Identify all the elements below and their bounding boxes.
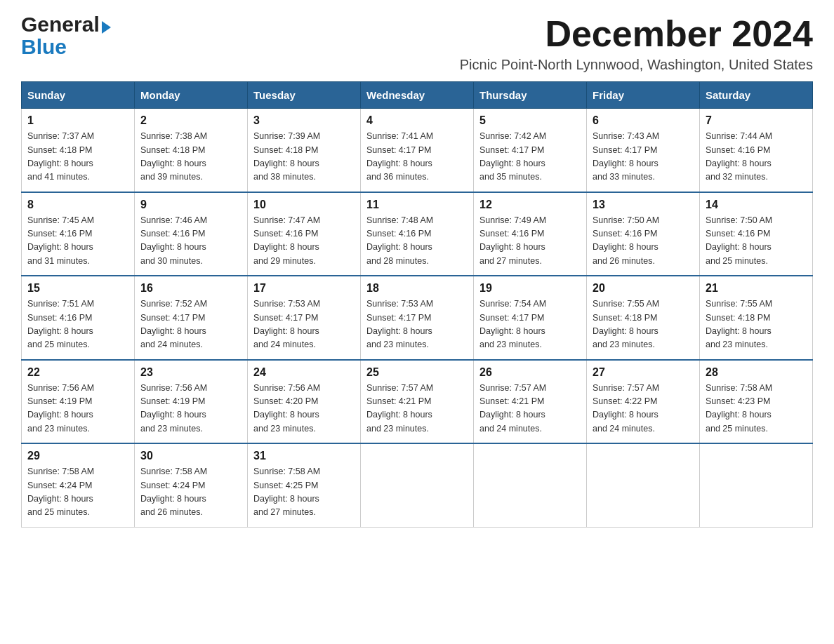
day-info: Sunrise: 7:57 AM Sunset: 4:21 PM Dayligh… [366, 382, 468, 436]
day-number: 23 [140, 366, 241, 379]
day-info: Sunrise: 7:56 AM Sunset: 4:20 PM Dayligh… [253, 382, 355, 436]
day-number: 9 [140, 199, 241, 211]
calendar-cell: 2 Sunrise: 7:38 AM Sunset: 4:18 PM Dayli… [135, 109, 248, 192]
day-number: 4 [366, 114, 468, 127]
location-subtitle: Picnic Point-North Lynnwood, Washington,… [460, 57, 813, 73]
day-number: 19 [479, 282, 581, 295]
logo: General Blue [21, 14, 111, 59]
day-info: Sunrise: 7:55 AM Sunset: 4:18 PM Dayligh… [593, 297, 694, 352]
day-info: Sunrise: 7:52 AM Sunset: 4:17 PM Dayligh… [140, 297, 241, 352]
day-number: 31 [253, 450, 355, 462]
day-info: Sunrise: 7:58 AM Sunset: 4:25 PM Dayligh… [253, 465, 355, 520]
logo-arrow-icon [102, 21, 111, 34]
day-info: Sunrise: 7:53 AM Sunset: 4:17 PM Dayligh… [366, 297, 468, 352]
day-info: Sunrise: 7:58 AM Sunset: 4:23 PM Dayligh… [706, 382, 807, 436]
day-info: Sunrise: 7:38 AM Sunset: 4:18 PM Dayligh… [140, 130, 241, 185]
calendar-week-row-1: 1 Sunrise: 7:37 AM Sunset: 4:18 PM Dayli… [22, 109, 813, 192]
day-info: Sunrise: 7:37 AM Sunset: 4:18 PM Dayligh… [27, 130, 128, 185]
calendar-cell: 30 Sunrise: 7:58 AM Sunset: 4:24 PM Dayl… [135, 443, 248, 527]
calendar-cell: 4 Sunrise: 7:41 AM Sunset: 4:17 PM Dayli… [361, 109, 474, 192]
day-number: 14 [706, 199, 807, 211]
day-number: 7 [706, 114, 807, 127]
day-info: Sunrise: 7:47 AM Sunset: 4:16 PM Dayligh… [253, 214, 355, 269]
day-info: Sunrise: 7:57 AM Sunset: 4:21 PM Dayligh… [479, 382, 581, 436]
day-number: 10 [253, 199, 355, 211]
calendar-week-row-4: 22 Sunrise: 7:56 AM Sunset: 4:19 PM Dayl… [22, 360, 813, 444]
calendar-cell: 18 Sunrise: 7:53 AM Sunset: 4:17 PM Dayl… [361, 276, 474, 360]
logo-general: General [21, 13, 100, 36]
title-section: December 2024 Picnic Point-North Lynnwoo… [460, 14, 813, 73]
day-number: 5 [479, 114, 581, 127]
day-number: 8 [27, 199, 128, 211]
calendar-cell: 31 Sunrise: 7:58 AM Sunset: 4:25 PM Dayl… [248, 443, 361, 527]
header-saturday: Saturday [700, 82, 813, 109]
day-number: 28 [706, 366, 807, 379]
day-number: 1 [27, 114, 128, 127]
header-wednesday: Wednesday [361, 82, 474, 109]
header-monday: Monday [135, 82, 248, 109]
day-number: 11 [366, 199, 468, 211]
day-number: 29 [27, 450, 128, 462]
header-thursday: Thursday [474, 82, 587, 109]
calendar-week-row-2: 8 Sunrise: 7:45 AM Sunset: 4:16 PM Dayli… [22, 192, 813, 276]
header-tuesday: Tuesday [248, 82, 361, 109]
day-info: Sunrise: 7:49 AM Sunset: 4:16 PM Dayligh… [479, 214, 581, 269]
calendar-cell: 5 Sunrise: 7:42 AM Sunset: 4:17 PM Dayli… [474, 109, 587, 192]
calendar-cell: 27 Sunrise: 7:57 AM Sunset: 4:22 PM Dayl… [587, 360, 700, 444]
day-number: 24 [253, 366, 355, 379]
day-number: 21 [706, 282, 807, 295]
day-info: Sunrise: 7:58 AM Sunset: 4:24 PM Dayligh… [27, 465, 128, 520]
day-number: 12 [479, 199, 581, 211]
day-info: Sunrise: 7:42 AM Sunset: 4:17 PM Dayligh… [479, 130, 581, 185]
calendar-week-row-5: 29 Sunrise: 7:58 AM Sunset: 4:24 PM Dayl… [22, 443, 813, 527]
month-title: December 2024 [460, 14, 813, 54]
day-info: Sunrise: 7:48 AM Sunset: 4:16 PM Dayligh… [366, 214, 468, 269]
day-number: 3 [253, 114, 355, 127]
day-info: Sunrise: 7:43 AM Sunset: 4:17 PM Dayligh… [593, 130, 694, 185]
calendar-cell: 7 Sunrise: 7:44 AM Sunset: 4:16 PM Dayli… [700, 109, 813, 192]
logo-blue: Blue [21, 35, 67, 58]
day-info: Sunrise: 7:54 AM Sunset: 4:17 PM Dayligh… [479, 297, 581, 352]
calendar-cell: 9 Sunrise: 7:46 AM Sunset: 4:16 PM Dayli… [135, 192, 248, 276]
day-info: Sunrise: 7:50 AM Sunset: 4:16 PM Dayligh… [706, 214, 807, 269]
calendar-cell: 29 Sunrise: 7:58 AM Sunset: 4:24 PM Dayl… [22, 443, 135, 527]
day-info: Sunrise: 7:50 AM Sunset: 4:16 PM Dayligh… [593, 214, 694, 269]
calendar-week-row-3: 15 Sunrise: 7:51 AM Sunset: 4:16 PM Dayl… [22, 276, 813, 360]
header-sunday: Sunday [22, 82, 135, 109]
header-friday: Friday [587, 82, 700, 109]
calendar-cell: 17 Sunrise: 7:53 AM Sunset: 4:17 PM Dayl… [248, 276, 361, 360]
calendar-cell: 25 Sunrise: 7:57 AM Sunset: 4:21 PM Dayl… [361, 360, 474, 444]
day-number: 6 [593, 114, 694, 127]
day-number: 18 [366, 282, 468, 295]
day-number: 17 [253, 282, 355, 295]
calendar-cell: 13 Sunrise: 7:50 AM Sunset: 4:16 PM Dayl… [587, 192, 700, 276]
day-info: Sunrise: 7:44 AM Sunset: 4:16 PM Dayligh… [706, 130, 807, 185]
calendar-cell: 16 Sunrise: 7:52 AM Sunset: 4:17 PM Dayl… [135, 276, 248, 360]
calendar-cell: 3 Sunrise: 7:39 AM Sunset: 4:18 PM Dayli… [248, 109, 361, 192]
day-info: Sunrise: 7:46 AM Sunset: 4:16 PM Dayligh… [140, 214, 241, 269]
day-number: 25 [366, 366, 468, 379]
day-info: Sunrise: 7:58 AM Sunset: 4:24 PM Dayligh… [140, 465, 241, 520]
calendar-cell: 21 Sunrise: 7:55 AM Sunset: 4:18 PM Dayl… [700, 276, 813, 360]
calendar-cell: 15 Sunrise: 7:51 AM Sunset: 4:16 PM Dayl… [22, 276, 135, 360]
day-info: Sunrise: 7:39 AM Sunset: 4:18 PM Dayligh… [253, 130, 355, 185]
day-info: Sunrise: 7:45 AM Sunset: 4:16 PM Dayligh… [27, 214, 128, 269]
calendar-cell: 6 Sunrise: 7:43 AM Sunset: 4:17 PM Dayli… [587, 109, 700, 192]
day-info: Sunrise: 7:56 AM Sunset: 4:19 PM Dayligh… [27, 382, 128, 436]
calendar-cell: 8 Sunrise: 7:45 AM Sunset: 4:16 PM Dayli… [22, 192, 135, 276]
day-info: Sunrise: 7:56 AM Sunset: 4:19 PM Dayligh… [140, 382, 241, 436]
calendar-cell: 28 Sunrise: 7:58 AM Sunset: 4:23 PM Dayl… [700, 360, 813, 444]
calendar-cell: 10 Sunrise: 7:47 AM Sunset: 4:16 PM Dayl… [248, 192, 361, 276]
calendar-cell [474, 443, 587, 527]
day-info: Sunrise: 7:53 AM Sunset: 4:17 PM Dayligh… [253, 297, 355, 352]
calendar-cell [587, 443, 700, 527]
day-number: 26 [479, 366, 581, 379]
calendar-cell: 26 Sunrise: 7:57 AM Sunset: 4:21 PM Dayl… [474, 360, 587, 444]
day-number: 16 [140, 282, 241, 295]
day-info: Sunrise: 7:57 AM Sunset: 4:22 PM Dayligh… [593, 382, 694, 436]
calendar-cell: 1 Sunrise: 7:37 AM Sunset: 4:18 PM Dayli… [22, 109, 135, 192]
calendar-cell: 22 Sunrise: 7:56 AM Sunset: 4:19 PM Dayl… [22, 360, 135, 444]
calendar-cell: 11 Sunrise: 7:48 AM Sunset: 4:16 PM Dayl… [361, 192, 474, 276]
day-info: Sunrise: 7:55 AM Sunset: 4:18 PM Dayligh… [706, 297, 807, 352]
page-header: General Blue December 2024 Picnic Point-… [21, 14, 813, 73]
